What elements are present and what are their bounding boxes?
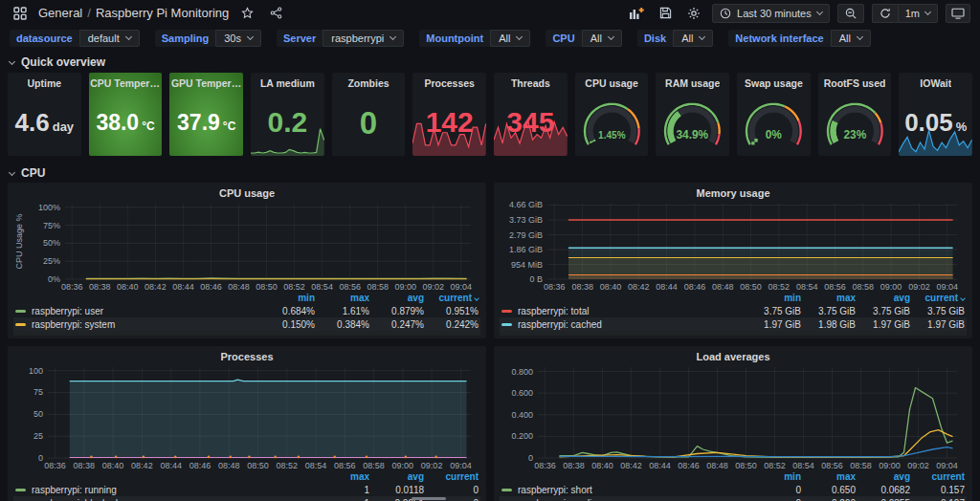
- breadcrumb-title[interactable]: Raspberry Pi Monitoring: [96, 6, 229, 20]
- time-range-picker[interactable]: Last 30 minutes: [712, 4, 830, 23]
- variable-label-server: Server: [277, 30, 323, 47]
- chart-processes[interactable]: 08:3608:3808:4008:4208:4408:4608:4808:50…: [13, 363, 480, 470]
- svg-text:08:58: 08:58: [853, 282, 875, 292]
- series-name: raspberrypi: cached: [518, 319, 602, 330]
- scrollbar-thumb[interactable]: [412, 497, 446, 500]
- svg-text:08:36: 08:36: [534, 461, 556, 470]
- stat-title-ram-usage[interactable]: RAM usage: [665, 77, 720, 89]
- legend-header-avg[interactable]: avg: [369, 293, 424, 303]
- chart-cpu-usage[interactable]: 08:3608:3808:4008:4208:4408:4608:4808:50…: [13, 200, 480, 292]
- legend-series-raspberrypi-total[interactable]: raspberrypi: total: [501, 306, 746, 316]
- stat-title-processes[interactable]: Processes: [424, 77, 475, 89]
- variable-value-mountpoint[interactable]: All: [490, 30, 530, 47]
- legend-header-max[interactable]: max: [315, 471, 369, 482]
- stat-title-threads[interactable]: Threads: [511, 77, 550, 89]
- legend-series-raspberrypi-running[interactable]: raspberrypi: running: [15, 485, 315, 495]
- refresh-interval-dropdown[interactable]: 1m: [898, 4, 938, 23]
- save-icon[interactable]: [655, 4, 676, 23]
- svg-text:08:56: 08:56: [824, 282, 846, 292]
- chart-memory-usage[interactable]: 08:3608:3808:4008:4208:4408:4608:4808:50…: [500, 200, 967, 292]
- svg-text:08:46: 08:46: [684, 282, 706, 292]
- graph-panel-title-cpu-usage[interactable]: CPU usage: [8, 183, 486, 200]
- legend-header-min[interactable]: min: [746, 471, 801, 482]
- stat-title-uptime[interactable]: Uptime: [28, 77, 62, 89]
- stat-body: 142: [412, 89, 486, 156]
- stat-panel-gpu-temperat: GPU Temperat...37.9°C: [169, 73, 243, 156]
- stat-title-rootfs-used[interactable]: RootFS used: [824, 77, 886, 89]
- legend-header-current[interactable]: current: [910, 293, 965, 303]
- stat-title-zombies[interactable]: Zombies: [347, 77, 389, 89]
- series-name: raspberrypi: short: [518, 485, 592, 495]
- settings-icon[interactable]: [683, 4, 704, 23]
- graph-panel-cpu-usage: CPU usage08:3608:3808:4008:4208:4408:460…: [8, 183, 486, 338]
- legend-header-current[interactable]: current: [424, 293, 479, 303]
- legend-header-max[interactable]: max: [801, 471, 856, 482]
- variable-value-sampling[interactable]: 30s: [215, 30, 261, 47]
- svg-text:08:48: 08:48: [706, 461, 728, 470]
- stat-title-cpu-temperat[interactable]: CPU Temperat...: [90, 77, 161, 89]
- row-header-cpu[interactable]: CPU: [0, 163, 980, 183]
- dashboards-grid-icon[interactable]: [10, 4, 31, 23]
- stat-title-gpu-temperat[interactable]: GPU Temperat...: [171, 77, 242, 89]
- svg-text:0.800: 0.800: [511, 367, 533, 377]
- stat-title-la-medium[interactable]: LA medium: [260, 77, 315, 89]
- stat-body: 34.9%: [656, 89, 729, 156]
- row-header-quick-overview[interactable]: Quick overview: [0, 52, 980, 72]
- stat-panel-swap-usage: Swap usage0%: [737, 73, 811, 156]
- stat-title-swap-usage[interactable]: Swap usage: [745, 77, 803, 89]
- stat-panel-rootfs-used: RootFS used23%: [818, 73, 892, 156]
- variable-value-network-interface[interactable]: All: [831, 30, 871, 47]
- svg-text:0 B: 0 B: [529, 274, 543, 284]
- variable-value-disk[interactable]: All: [673, 30, 713, 47]
- zoom-out-button[interactable]: [837, 4, 864, 23]
- refresh-button[interactable]: [872, 4, 898, 23]
- svg-text:0.200: 0.200: [511, 431, 533, 441]
- legend-series-raspberrypi-medium[interactable]: raspberrypi: medium: [501, 498, 746, 501]
- legend-header-min[interactable]: min: [746, 293, 801, 303]
- legend-header-current[interactable]: current: [424, 471, 479, 482]
- panel-add-icon[interactable]: [626, 4, 647, 23]
- stat-body: 0.05%: [899, 89, 972, 156]
- share-icon[interactable]: [265, 4, 286, 23]
- chevron-down-icon: [247, 33, 254, 40]
- stat-title-cpu-usage[interactable]: CPU usage: [585, 77, 637, 89]
- legend-header-current[interactable]: current: [910, 471, 965, 482]
- legend-value-max: 0.650: [801, 485, 856, 495]
- clock-icon: [720, 8, 731, 19]
- svg-text:0: 0: [38, 453, 43, 463]
- svg-text:08:42: 08:42: [628, 282, 650, 292]
- graph-panel-title-processes[interactable]: Processes: [8, 346, 486, 363]
- legend-load-averages: minmaxavgcurrentraspberrypi: short00.650…: [494, 470, 972, 501]
- chevron-down-icon: [516, 33, 523, 40]
- legend-header-max[interactable]: max: [801, 293, 856, 303]
- svg-text:09:00: 09:00: [879, 461, 901, 470]
- variable-value-server[interactable]: raspberrypi: [323, 30, 404, 47]
- legend-header-max[interactable]: max: [315, 293, 369, 303]
- tv-kiosk-button[interactable]: [946, 4, 970, 23]
- breadcrumb-section[interactable]: General: [38, 6, 82, 20]
- svg-text:3.73 GiB: 3.73 GiB: [509, 215, 543, 225]
- legend-series-raspberrypi-cached[interactable]: raspberrypi: cached: [501, 319, 746, 330]
- variable-sampling: Sampling30s: [155, 30, 261, 47]
- legend-cpu-usage: minmaxavgcurrentraspberrypi: user0.684%1…: [8, 292, 486, 336]
- graph-panel-title-load-averages[interactable]: Load averages: [494, 346, 972, 363]
- series-name: raspberrypi: medium: [518, 498, 605, 501]
- legend-series-raspberrypi-user[interactable]: raspberrypi: user: [15, 306, 260, 316]
- stat-number: 142: [426, 108, 474, 137]
- legend-header-avg[interactable]: avg: [856, 471, 910, 482]
- legend-header-avg[interactable]: avg: [856, 293, 910, 303]
- legend-value-current: 1.97 GiB: [910, 319, 965, 330]
- legend-header-avg[interactable]: avg: [369, 471, 424, 482]
- chart-load-averages[interactable]: 08:3608:3808:4008:4208:4408:4608:4808:50…: [500, 363, 967, 470]
- variable-value-cpu[interactable]: All: [582, 30, 622, 47]
- graph-panel-title-memory-usage[interactable]: Memory usage: [494, 183, 972, 200]
- star-icon[interactable]: [236, 4, 257, 23]
- series-color-swatch: [15, 310, 26, 313]
- legend-series-raspberrypi-system[interactable]: raspberrypi: system: [15, 319, 260, 330]
- legend-series-raspberrypi-short[interactable]: raspberrypi: short: [501, 485, 746, 495]
- legend-series-raspberrypi-blocked[interactable]: raspberrypi: blocked: [15, 498, 315, 501]
- variable-value-datasource[interactable]: default: [79, 30, 140, 47]
- stat-title-iowait[interactable]: IOWait: [920, 77, 951, 89]
- legend-value-current: 3.75 GiB: [910, 306, 965, 316]
- legend-header-min[interactable]: min: [260, 293, 315, 303]
